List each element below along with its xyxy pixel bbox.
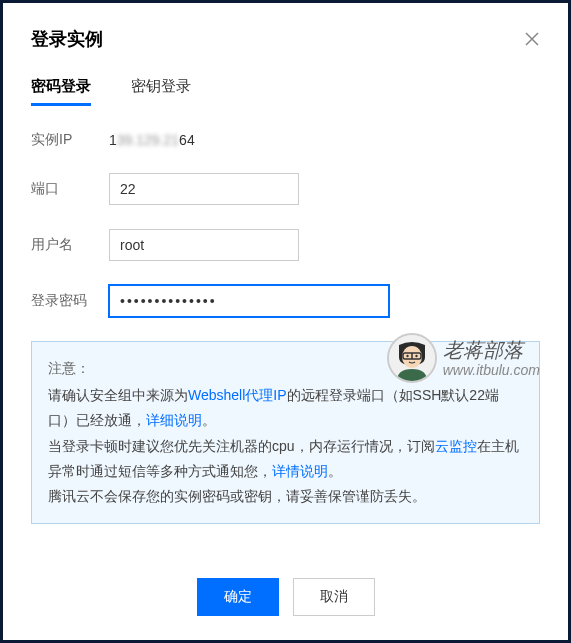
modal-footer: 确定 取消 xyxy=(3,560,568,640)
close-icon[interactable] xyxy=(524,31,540,47)
label-password: 登录密码 xyxy=(31,292,109,310)
notice-box: 注意： 请确认安全组中来源为Webshell代理IP的远程登录端口（如SSH默认… xyxy=(31,341,540,524)
row-password: 登录密码 xyxy=(31,285,540,317)
notice-title: 注意： xyxy=(48,356,523,381)
label-username: 用户名 xyxy=(31,236,109,254)
confirm-button[interactable]: 确定 xyxy=(197,578,279,616)
link-detail-1[interactable]: 详细说明 xyxy=(146,412,202,428)
modal-header: 登录实例 xyxy=(3,3,568,69)
value-instance-ip: 139.129.2164 xyxy=(109,132,195,148)
notice-line-3: 腾讯云不会保存您的实例密码或密钥，请妥善保管谨防丢失。 xyxy=(48,484,523,509)
username-input[interactable] xyxy=(109,229,299,261)
label-port: 端口 xyxy=(31,180,109,198)
row-instance-ip: 实例IP 139.129.2164 xyxy=(31,131,540,149)
tabs: 密码登录 密钥登录 xyxy=(3,69,568,107)
notice-line-1: 请确认安全组中来源为Webshell代理IP的远程登录端口（如SSH默认22端口… xyxy=(48,383,523,433)
notice-line-2: 当登录卡顿时建议您优先关注机器的cpu，内存运行情况，订阅云监控在主机异常时通过… xyxy=(48,434,523,484)
password-input[interactable] xyxy=(109,285,389,317)
link-webshell-proxy-ip[interactable]: Webshell代理IP xyxy=(188,387,287,403)
login-modal: 登录实例 密码登录 密钥登录 实例IP 139.129.2164 端口 用户名 … xyxy=(3,3,568,640)
link-cloud-monitor[interactable]: 云监控 xyxy=(435,438,477,454)
modal-title: 登录实例 xyxy=(31,27,103,51)
tab-password-login[interactable]: 密码登录 xyxy=(31,69,91,106)
link-detail-2[interactable]: 详情说明 xyxy=(272,463,328,479)
form-body: 实例IP 139.129.2164 端口 用户名 登录密码 注意： 请确认安全组… xyxy=(3,107,568,560)
label-instance-ip: 实例IP xyxy=(31,131,109,149)
row-port: 端口 xyxy=(31,173,540,205)
port-input[interactable] xyxy=(109,173,299,205)
row-username: 用户名 xyxy=(31,229,540,261)
cancel-button[interactable]: 取消 xyxy=(293,578,375,616)
tab-key-login[interactable]: 密钥登录 xyxy=(131,69,191,106)
